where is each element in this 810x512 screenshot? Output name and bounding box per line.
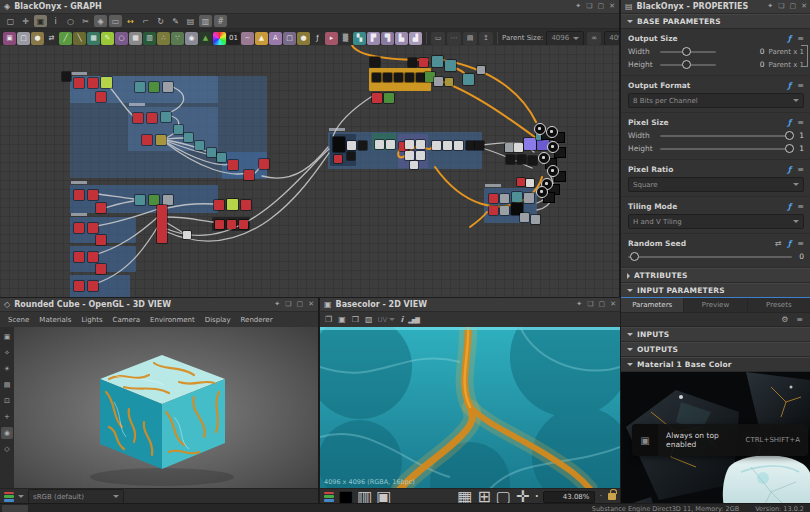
graph-node[interactable] <box>526 179 534 187</box>
wireframe-icon[interactable]: ◇ <box>1 443 13 455</box>
graph-node[interactable] <box>334 155 342 163</box>
graph-node[interactable] <box>74 190 84 200</box>
graph-node[interactable] <box>88 78 98 88</box>
graph-node[interactable] <box>432 141 441 150</box>
graph-node[interactable] <box>217 153 226 162</box>
parent-height-select[interactable]: 4096 <box>604 31 620 46</box>
graph-node[interactable] <box>517 155 526 164</box>
maximize-icon[interactable] <box>599 301 606 308</box>
graph-node[interactable] <box>383 73 392 82</box>
view3d-viewport[interactable] <box>14 327 318 489</box>
info-icon[interactable]: i <box>400 315 403 324</box>
graph-node[interactable] <box>416 140 425 149</box>
graph-node[interactable] <box>489 194 498 203</box>
graph-node[interactable] <box>466 141 475 150</box>
graph-node[interactable] <box>101 77 112 88</box>
node-transform-2d-icon[interactable]: ▢ <box>283 32 296 45</box>
shuffle-icon[interactable] <box>775 240 782 248</box>
graph-node[interactable] <box>96 92 106 102</box>
node-pattern-icon[interactable]: ▚ <box>353 32 366 45</box>
graph-node[interactable] <box>506 155 515 164</box>
graph-node[interactable] <box>157 205 167 243</box>
node-fx-map-icon[interactable]: ▦ <box>87 32 100 45</box>
frame-view-icon[interactable]: ▭ <box>109 15 122 27</box>
cut-links-icon[interactable]: ✂ <box>79 15 92 27</box>
node-dots-icon[interactable]: ∵ <box>171 32 184 45</box>
node-svg-icon[interactable]: ▢ <box>17 32 30 45</box>
pan-icon[interactable]: ✛ <box>19 15 32 27</box>
thumbnail-icon[interactable]: ▤ <box>184 15 197 27</box>
graph-node[interactable] <box>410 161 418 169</box>
graph-node[interactable] <box>394 73 403 82</box>
node-safe-transform-icon[interactable]: ▜ <box>381 32 394 45</box>
options-icon[interactable] <box>797 82 804 90</box>
geometry-icon[interactable]: ◉ <box>1 427 13 439</box>
graph-node[interactable] <box>183 231 191 239</box>
float-icon[interactable] <box>778 3 784 10</box>
graph-node[interactable] <box>88 190 98 200</box>
histogram-icon[interactable]: ▂▅▇ <box>408 316 419 323</box>
pencil-tool-icon[interactable]: ✎ <box>169 15 182 27</box>
node-warp-icon[interactable]: ● <box>297 32 310 45</box>
graph-node[interactable] <box>475 141 484 150</box>
menu-materials[interactable]: Materials <box>39 316 71 324</box>
graph-node[interactable] <box>142 135 152 145</box>
float-icon[interactable] <box>285 301 291 308</box>
graph-node[interactable] <box>227 220 236 229</box>
height-parent-mode[interactable]: Parent x 1 <box>769 61 804 69</box>
options-icon[interactable] <box>797 166 804 174</box>
graph-node[interactable] <box>88 223 98 233</box>
graph-node[interactable] <box>244 170 254 180</box>
colorspace-icon[interactable] <box>324 492 334 502</box>
info-icon[interactable]: i <box>49 15 62 27</box>
graph-node[interactable] <box>135 195 145 205</box>
output-node[interactable] <box>546 126 558 138</box>
node-pixel-processor-icon[interactable]: ƒ <box>311 32 324 45</box>
light-bulb-icon[interactable]: ✧ <box>1 347 13 359</box>
graph-node[interactable] <box>74 78 84 88</box>
height-slider[interactable] <box>660 64 716 66</box>
graph-view-icon[interactable]: ◈ <box>94 15 107 27</box>
pixel-height-slider[interactable] <box>660 148 792 150</box>
graph-node[interactable] <box>74 223 84 233</box>
card-icon[interactable]: ▤ <box>463 32 477 45</box>
graph-node[interactable] <box>524 193 534 203</box>
graph-node[interactable] <box>74 281 84 291</box>
graph-node[interactable] <box>227 199 238 210</box>
function-icon[interactable] <box>788 35 791 43</box>
graph-node[interactable] <box>241 200 251 210</box>
image-view-icon[interactable]: ▣ <box>376 487 391 504</box>
screenshot-icon[interactable]: ▤ <box>1 379 13 391</box>
gear-icon[interactable]: ⚙ <box>781 316 788 324</box>
pixel-width-slider[interactable] <box>660 135 792 137</box>
function-icon[interactable] <box>788 240 791 248</box>
tab-parameters[interactable]: Parameters <box>621 298 684 312</box>
node-curve-icon[interactable]: ╱ <box>59 32 72 45</box>
node-shape-icon[interactable]: ○ <box>115 32 128 45</box>
graph-node[interactable] <box>384 93 394 103</box>
grid-icon[interactable]: ▦ <box>457 487 472 504</box>
node-emboss-icon[interactable]: ▲ <box>255 32 268 45</box>
tiling-mode-select[interactable]: H and V Tiling <box>628 214 804 229</box>
node-value-processor-icon[interactable]: ▸ <box>325 32 338 45</box>
grid-snap-icon[interactable]: # <box>214 15 227 27</box>
menu-display[interactable]: Display <box>205 316 231 324</box>
copy-image-icon[interactable]: ❒ <box>352 315 359 324</box>
node-directional-blur-icon[interactable]: ╲ <box>73 32 86 45</box>
sun-icon[interactable]: ☀ <box>1 363 13 375</box>
graph-node[interactable] <box>259 159 269 169</box>
marquee-select-icon[interactable]: ▢ <box>4 15 17 27</box>
snap-icon[interactable]: ⊞ <box>477 487 490 504</box>
float-icon[interactable] <box>587 301 593 308</box>
graph-node[interactable] <box>408 58 417 67</box>
clean-icon[interactable]: ▥ <box>199 15 212 27</box>
graph-node[interactable] <box>405 140 414 149</box>
options-icon[interactable] <box>797 35 804 43</box>
node-tile-generator-icon[interactable]: ▟ <box>409 32 422 45</box>
graph-node[interactable] <box>512 192 522 202</box>
function-icon[interactable] <box>788 119 791 127</box>
node-levels-icon[interactable]: 01 <box>227 32 240 45</box>
graph-node[interactable] <box>347 141 356 150</box>
node-normal-icon[interactable]: ◉ <box>185 32 198 45</box>
graph-node[interactable] <box>416 151 425 160</box>
